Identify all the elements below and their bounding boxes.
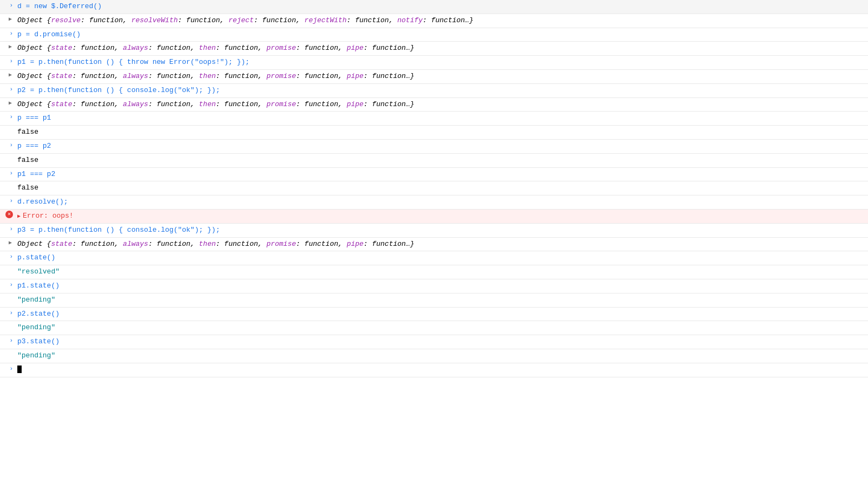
console-row: ▶ Object {resolve: function, resolveWith… xyxy=(0,14,868,28)
code-text: p === p1 xyxy=(17,114,51,122)
input-arrow: › xyxy=(0,225,15,234)
row-content: "pending" xyxy=(15,322,868,334)
row-content: p.state() xyxy=(15,252,868,264)
input-arrow: › xyxy=(0,169,15,179)
console-row: › p1 = p.then(function () { throw new Er… xyxy=(0,56,868,70)
console-row: › p === p2 xyxy=(0,140,868,154)
console-row: ▶ Object {state: function, always: funct… xyxy=(0,70,868,84)
console-row: "pending" xyxy=(0,321,868,335)
row-content: false xyxy=(15,127,868,138)
row-content: Object {state: function, always: functio… xyxy=(15,239,868,250)
code-text: p === p2 xyxy=(17,142,51,150)
output-arrow[interactable]: ▶ xyxy=(0,15,15,24)
code-text: d.resolve(); xyxy=(17,198,68,206)
keyword-throw: throw xyxy=(127,58,148,66)
input-arrow: › xyxy=(0,141,15,151)
cursor-row[interactable]: › xyxy=(0,363,868,377)
error-circle-icon: ✕ xyxy=(5,211,13,218)
error-prefix: ✕ xyxy=(0,211,15,218)
console-container[interactable]: › d = new $.Deferred() ▶ Object {resolve… xyxy=(0,0,868,483)
row-content: p2 = p.then(function () { console.log("o… xyxy=(15,85,868,96)
row-content: p = d.promise() xyxy=(15,29,868,41)
code-text: d = new $.Deferred() xyxy=(17,2,102,10)
input-arrow: › xyxy=(0,29,15,39)
input-arrow: › xyxy=(0,252,15,262)
input-arrow: › xyxy=(0,364,15,374)
input-arrow: › xyxy=(0,197,15,206)
output-string: "pending" xyxy=(17,323,55,331)
expand-triangle[interactable]: ▶ xyxy=(9,239,12,247)
console-input[interactable] xyxy=(15,364,868,376)
console-row: › p2.state() xyxy=(0,308,868,322)
input-arrow: › xyxy=(0,336,15,346)
code-text: p3 = p.then(function () { console.log("o… xyxy=(17,226,220,234)
output-false: false xyxy=(17,128,38,136)
row-content: p1 === p2 xyxy=(15,169,868,180)
console-row: › p1.state() xyxy=(0,279,868,293)
row-content: false xyxy=(15,182,868,194)
console-row: › d = new $.Deferred() xyxy=(0,0,868,14)
output-arrow[interactable]: ▶ xyxy=(0,239,15,247)
console-row: › p3 = p.then(function () { console.log(… xyxy=(0,224,868,238)
code-text: p1 === p2 xyxy=(17,170,55,178)
row-content: p === p1 xyxy=(15,113,868,124)
row-content: d.resolve(); xyxy=(15,197,868,208)
output-string: "pending" xyxy=(17,351,55,360)
row-content: p2.state() xyxy=(15,309,868,320)
code-text: p3.state() xyxy=(17,337,60,345)
console-row: false xyxy=(0,154,868,168)
code-text: p1 = p.then(function () { xyxy=(17,58,127,66)
input-arrow: › xyxy=(0,309,15,318)
console-row: "resolved" xyxy=(0,265,868,279)
input-arrow: › xyxy=(0,57,15,67)
console-row: ▶ Object {state: function, always: funct… xyxy=(0,238,868,252)
input-arrow: › xyxy=(0,113,15,122)
row-content: p1 = p.then(function () { throw new Erro… xyxy=(15,57,868,68)
row-content: p === p2 xyxy=(15,141,868,152)
error-expand-triangle[interactable]: ▶ xyxy=(17,212,21,221)
code-text: p = d.promise() xyxy=(17,30,81,38)
console-row: › p2 = p.then(function () { console.log(… xyxy=(0,84,868,98)
row-content: p3.state() xyxy=(15,336,868,348)
output-arrow[interactable]: ▶ xyxy=(0,71,15,80)
expand-triangle[interactable]: ▶ xyxy=(9,15,12,24)
row-content: d = new $.Deferred() xyxy=(15,1,868,12)
console-row: ▶ Object {state: function, always: funct… xyxy=(0,42,868,56)
console-row: › p.state() xyxy=(0,251,868,265)
output-arrow[interactable]: ▶ xyxy=(0,43,15,51)
input-arrow: › xyxy=(0,85,15,95)
expand-triangle[interactable]: ▶ xyxy=(9,71,12,80)
console-row: "pending" xyxy=(0,349,868,363)
row-content: "resolved" xyxy=(15,266,868,278)
row-content: Object {state: function, always: functio… xyxy=(15,99,868,110)
expand-triangle[interactable]: ▶ xyxy=(9,99,12,108)
row-content: false xyxy=(15,155,868,166)
text-cursor xyxy=(17,365,22,373)
console-row: › p1 === p2 xyxy=(0,168,868,182)
console-row: › p = d.promise() xyxy=(0,28,868,42)
object-brace-open: Object { xyxy=(17,16,51,24)
expand-triangle[interactable]: ▶ xyxy=(9,43,12,51)
row-content: ▶Error: oops! xyxy=(15,211,868,222)
output-string: "resolved" xyxy=(17,267,60,276)
row-content: Object {state: function, always: functio… xyxy=(15,43,868,54)
input-arrow: › xyxy=(0,1,15,11)
output-string: "pending" xyxy=(17,296,55,304)
output-false: false xyxy=(17,184,38,192)
console-row: false xyxy=(0,126,868,140)
row-content: "pending" xyxy=(15,350,868,362)
error-row: ✕ ▶Error: oops! xyxy=(0,210,868,224)
console-row: › p === p1 xyxy=(0,112,868,126)
console-row: › d.resolve(); xyxy=(0,195,868,210)
code-text: p.state() xyxy=(17,253,55,262)
row-content: Object {resolve: function, resolveWith: … xyxy=(15,15,868,27)
console-row: false xyxy=(0,181,868,195)
error-message: Error: oops! xyxy=(23,212,74,220)
code-text: p2 = p.then(function () { console.log("o… xyxy=(17,86,220,94)
code-text-2: new Error("oops!"); }); xyxy=(148,58,249,66)
console-row: "pending" xyxy=(0,293,868,308)
row-content: p3 = p.then(function () { console.log("o… xyxy=(15,225,868,236)
input-arrow: › xyxy=(0,280,15,290)
console-row: ▶ Object {state: function, always: funct… xyxy=(0,98,868,112)
output-arrow[interactable]: ▶ xyxy=(0,99,15,108)
